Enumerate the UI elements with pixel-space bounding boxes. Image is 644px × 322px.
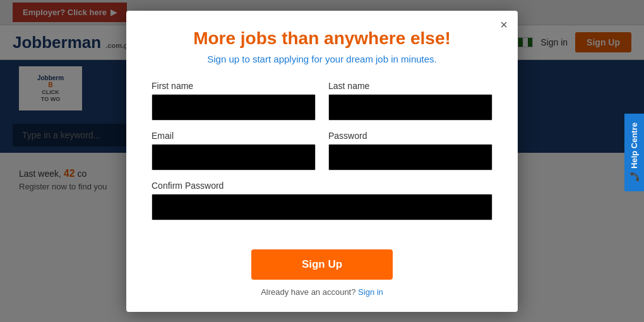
last-name-label: Last name — [328, 81, 492, 91]
email-label: Email — [152, 131, 316, 141]
email-password-row: Email Password — [152, 131, 492, 170]
confirm-password-group: Confirm Password — [152, 181, 492, 220]
phone-icon: 📞 — [629, 172, 639, 182]
signup-modal: × More jobs than anywhere else! Sign up … — [126, 11, 518, 312]
confirm-password-label: Confirm Password — [152, 181, 492, 191]
modal-subtitle: Sign up to start applying for your dream… — [145, 54, 499, 64]
help-centre-label: Help Centre — [629, 122, 639, 169]
name-row: First name Last name — [152, 81, 492, 121]
signin-link[interactable]: Sign in — [358, 287, 383, 297]
last-name-group: Last name — [328, 81, 492, 121]
modal-overlay: × More jobs than anywhere else! Sign up … — [0, 0, 644, 322]
first-name-input[interactable] — [152, 94, 316, 121]
email-input[interactable] — [152, 144, 316, 170]
modal-body: First name Last name Email Password — [126, 75, 518, 243]
modal-title: More jobs than anywhere else! — [145, 28, 499, 49]
modal-footer: Sign Up Already have an account? Sign in — [126, 243, 518, 312]
modal-close-button[interactable]: × — [500, 18, 508, 31]
first-name-group: First name — [152, 81, 316, 121]
modal-header: More jobs than anywhere else! Sign up to… — [126, 11, 518, 75]
help-centre-button[interactable]: 📞 Help Centre — [624, 114, 644, 191]
already-account-prefix: Already have an account? — [261, 287, 355, 297]
email-group: Email — [152, 131, 316, 170]
already-account-text: Already have an account? Sign in — [261, 287, 383, 297]
confirm-password-input[interactable] — [152, 194, 492, 220]
signup-submit-button[interactable]: Sign Up — [251, 249, 393, 280]
confirm-password-row: Confirm Password — [152, 181, 492, 220]
last-name-input[interactable] — [328, 94, 492, 121]
password-input[interactable] — [328, 144, 492, 170]
first-name-label: First name — [152, 81, 316, 91]
password-group: Password — [328, 131, 492, 170]
password-label: Password — [328, 131, 492, 141]
